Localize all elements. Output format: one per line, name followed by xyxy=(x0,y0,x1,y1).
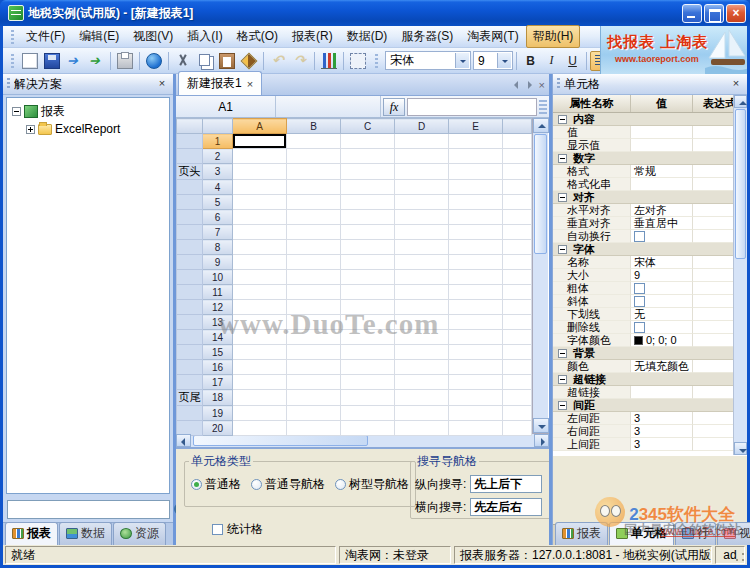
minimize-button[interactable] xyxy=(682,4,702,23)
row-header-8[interactable]: 8 xyxy=(203,240,233,255)
row-header-1[interactable]: 1 xyxy=(203,134,233,149)
horizontal-scroll-thumb[interactable] xyxy=(193,435,368,446)
grid-cell[interactable] xyxy=(341,285,395,300)
tree-item-报表[interactable]: 报表 xyxy=(9,102,167,120)
grid-cell[interactable] xyxy=(341,421,395,436)
radio-树型导航格[interactable]: 树型导航格 xyxy=(335,476,409,493)
properties-panel-close-icon[interactable]: × xyxy=(729,77,743,91)
checkbox-unchecked-icon[interactable] xyxy=(634,231,645,242)
tab-数据[interactable]: 数据 xyxy=(59,522,112,545)
grid-cell[interactable] xyxy=(503,300,532,315)
grid-cell[interactable] xyxy=(449,360,503,375)
fx-button[interactable]: fx xyxy=(383,98,405,116)
grid-cell[interactable] xyxy=(287,375,341,390)
proptab-报表[interactable]: 报表 xyxy=(555,522,608,545)
grid-cell[interactable] xyxy=(449,240,503,255)
prop-value[interactable]: 3 xyxy=(631,438,693,451)
grid-cell[interactable] xyxy=(341,330,395,345)
grid-cell[interactable] xyxy=(233,421,287,436)
prop-value[interactable] xyxy=(631,386,693,399)
grid-cell[interactable] xyxy=(503,345,532,360)
grid-cell[interactable] xyxy=(395,180,449,195)
grid-cell[interactable] xyxy=(287,195,341,210)
chart-button[interactable] xyxy=(318,50,340,72)
prop-value[interactable]: 无填充颜色 xyxy=(631,360,693,373)
combo-arrow-icon[interactable] xyxy=(455,53,469,68)
row-header-12[interactable]: 12 xyxy=(203,300,233,315)
grid-cell[interactable] xyxy=(395,300,449,315)
grid-cell[interactable] xyxy=(449,225,503,240)
menu-item-8[interactable]: 服务器(S) xyxy=(394,25,460,48)
collapse-icon[interactable] xyxy=(558,245,567,254)
grid-cell[interactable] xyxy=(503,149,532,164)
grid-cell[interactable] xyxy=(341,315,395,330)
expand-icon[interactable] xyxy=(26,125,35,134)
grid-cell[interactable] xyxy=(287,255,341,270)
grid-cell[interactable] xyxy=(233,210,287,225)
grid-cell[interactable] xyxy=(287,164,341,180)
prop-group-数字[interactable]: 数字 xyxy=(553,152,747,165)
vertical-scroll-thumb[interactable] xyxy=(534,134,547,254)
grid-cell[interactable] xyxy=(395,134,449,149)
grid-cell[interactable] xyxy=(449,390,503,406)
grid-cell[interactable] xyxy=(449,210,503,225)
grid-cell[interactable] xyxy=(449,134,503,149)
grid-cell[interactable] xyxy=(341,134,395,149)
menu-item-10[interactable]: 帮助(H) xyxy=(526,25,581,48)
grid-cell[interactable] xyxy=(341,300,395,315)
save-button[interactable] xyxy=(41,50,63,72)
grid-cell[interactable] xyxy=(233,195,287,210)
grid-cell[interactable] xyxy=(233,375,287,390)
checkbox-unchecked-icon[interactable] xyxy=(634,283,645,294)
grid-cell[interactable] xyxy=(233,315,287,330)
prop-group-背景[interactable]: 背景 xyxy=(553,347,747,360)
menu-item-4[interactable]: 插入(I) xyxy=(180,25,229,48)
prop-value[interactable]: 左对齐 xyxy=(631,204,693,217)
grid-cell[interactable] xyxy=(287,315,341,330)
radio-icon[interactable] xyxy=(251,479,262,490)
grid-cell[interactable] xyxy=(341,164,395,180)
grid-cell[interactable] xyxy=(287,270,341,285)
prop-value[interactable] xyxy=(631,282,693,295)
grid-cell[interactable] xyxy=(341,210,395,225)
menu-item-5[interactable]: 格式(O) xyxy=(230,25,285,48)
italic-button[interactable]: I xyxy=(541,51,562,71)
export-button[interactable] xyxy=(85,50,107,72)
prop-value[interactable]: 9 xyxy=(631,269,693,282)
checkbox-unchecked-icon[interactable] xyxy=(634,322,645,333)
grid-cell[interactable] xyxy=(503,255,532,270)
grid-cell[interactable] xyxy=(287,360,341,375)
solution-search-input[interactable] xyxy=(7,500,170,519)
column-header-E[interactable]: E xyxy=(449,119,503,134)
row-header-17[interactable]: 17 xyxy=(203,375,233,390)
selected-cell-A1[interactable] xyxy=(233,134,287,149)
grid-cell[interactable] xyxy=(287,421,341,436)
collapse-icon[interactable] xyxy=(558,349,567,358)
grid-cell[interactable] xyxy=(449,375,503,390)
row-header-4[interactable]: 4 xyxy=(203,180,233,195)
document-tab[interactable]: 新建报表1 × xyxy=(178,71,262,95)
scroll-down-icon[interactable] xyxy=(734,442,747,455)
properties-scrollbar[interactable] xyxy=(733,95,747,455)
column-header-C[interactable]: C xyxy=(341,119,395,134)
close-button[interactable]: × xyxy=(726,4,746,23)
prop-value[interactable]: 0; 0; 0 xyxy=(631,334,693,347)
grid-cell[interactable] xyxy=(341,225,395,240)
prop-group-内容[interactable]: 内容 xyxy=(553,113,747,126)
grid-cell[interactable] xyxy=(287,180,341,195)
cell-name-box[interactable]: A1 xyxy=(176,96,276,117)
grid-cell[interactable] xyxy=(503,421,532,436)
grid-cell[interactable] xyxy=(287,210,341,225)
vertical-scrollbar[interactable] xyxy=(532,118,548,433)
row-header-18[interactable]: 18 xyxy=(203,390,233,406)
collapse-icon[interactable] xyxy=(558,154,567,163)
title-bar[interactable]: 地税实例(试用版) - [新建报表1] × xyxy=(0,0,750,26)
undo-button[interactable] xyxy=(267,50,289,72)
grid-cell[interactable] xyxy=(287,240,341,255)
font-family-combo[interactable]: 宋体 xyxy=(385,51,471,70)
import-button[interactable] xyxy=(63,50,85,72)
grid-cell[interactable] xyxy=(341,270,395,285)
grid-cell[interactable] xyxy=(395,149,449,164)
tab-scroll-right-icon[interactable] xyxy=(523,79,535,91)
prop-group-字体[interactable]: 字体 xyxy=(553,243,747,256)
